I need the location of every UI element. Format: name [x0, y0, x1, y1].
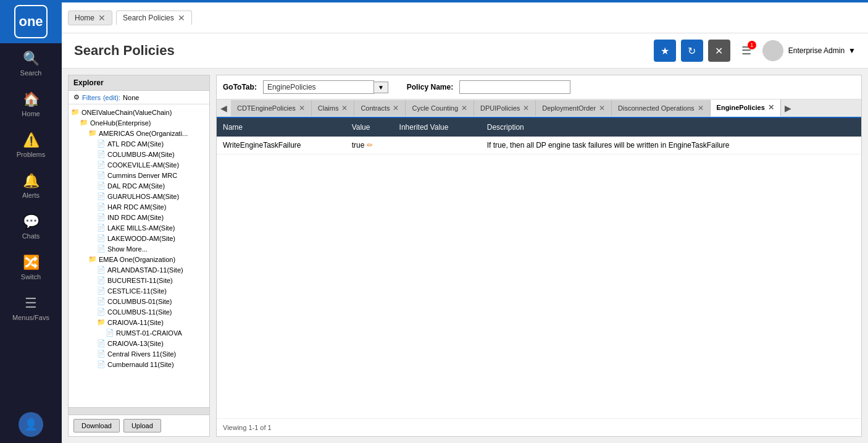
tree-node[interactable]: 📄RUMST-01-CRAIOVA — [69, 327, 209, 338]
goto-dropdown-arrow[interactable]: ▼ — [374, 82, 388, 93]
sidebar-item-menus[interactable]: ☰Menus/Favs — [0, 288, 62, 329]
goto-input[interactable] — [263, 80, 374, 94]
upload-button[interactable]: Upload — [123, 419, 161, 432]
policy-tab-close-contracts[interactable]: ✕ — [393, 104, 399, 112]
edit-icon[interactable]: ✏ — [367, 141, 373, 150]
tree-node-label: RUMST-01-CRAIOVA — [116, 329, 182, 337]
cell-name: WriteEngineTaskFailure — [217, 137, 346, 154]
tab-close-home[interactable]: ✕ — [98, 14, 106, 22]
tab-close-search-policies[interactable]: ✕ — [178, 14, 185, 22]
avatar — [762, 40, 783, 61]
tree-node[interactable]: 📄ATL RDC AM(Site) — [69, 138, 209, 149]
tree-node[interactable]: 📄COLUMBUS-01(Site) — [69, 296, 209, 306]
policy-tab-close-cdt[interactable]: ✕ — [299, 104, 305, 112]
tabs-right-arrow[interactable]: ▶ — [781, 101, 795, 116]
tree-node[interactable]: 📄COOKEVILLE-AM(Site) — [69, 159, 209, 170]
menus-icon: ☰ — [25, 295, 37, 311]
tree-node[interactable]: 📁EMEA One(Organization) — [69, 254, 209, 264]
tree-node-icon: 📄 — [97, 297, 106, 305]
tree-node[interactable]: 📄GUARULHOS-AM(Site) — [69, 191, 209, 201]
tree-node[interactable]: 📄CESTLICE-11(Site) — [69, 285, 209, 296]
cell-description: If true, then all DP engine task failure… — [481, 137, 844, 154]
tree-node[interactable]: 📄DAL RDC AM(Site) — [69, 180, 209, 191]
table-row: WriteEngineTaskFailure true ✏ If true, t… — [217, 137, 861, 154]
policy-tab-close-cycle[interactable]: ✕ — [461, 104, 467, 112]
explorer-scrollbar[interactable] — [69, 407, 209, 415]
policy-tabs-row: ◀ CDTEnginePolicies✕Claims✕Contracts✕Cyc… — [217, 99, 861, 118]
policy-tab-cdt[interactable]: CDTEnginePolicies✕ — [231, 100, 312, 116]
policy-tab-disconnected[interactable]: Disconnected Operations✕ — [612, 100, 711, 116]
tree-node-label: HAR RDC AM(Site) — [107, 203, 166, 211]
sidebar-item-chats[interactable]: 💬Chats — [0, 206, 62, 247]
close-button[interactable]: ✕ — [708, 40, 730, 62]
tab-label-search-policies: Search Policies — [123, 14, 174, 22]
star-button[interactable]: ★ — [654, 40, 676, 62]
policy-name-input[interactable] — [459, 80, 570, 94]
policy-tab-close-engine[interactable]: ✕ — [768, 103, 774, 112]
tree-node[interactable]: 📁OneHub(Enterprise) — [69, 117, 209, 128]
topbar-tab-home[interactable]: Home✕ — [68, 11, 112, 25]
policy-tab-claims[interactable]: Claims✕ — [312, 100, 355, 116]
content-area: Explorer ⚙ Filters (edit): None 📁ONEIVal… — [62, 69, 868, 443]
policy-tab-label-disconnected: Disconnected Operations — [618, 104, 695, 112]
cell-value: true ✏ — [346, 137, 393, 154]
tree-node-icon: 📄 — [97, 213, 106, 221]
filters-label[interactable]: Filters — [82, 94, 101, 101]
goto-label: GoToTab: — [223, 83, 257, 91]
policy-tab-close-disconnected[interactable]: ✕ — [698, 104, 704, 112]
viewing-text: Viewing 1-1 of 1 — [223, 424, 272, 431]
sidebar-item-home[interactable]: 🏠Home — [0, 84, 62, 125]
tree-node[interactable]: 📄HAR RDC AM(Site) — [69, 201, 209, 212]
filters-edit[interactable]: (edit): — [103, 94, 120, 101]
policy-tab-close-deploy[interactable]: ✕ — [599, 104, 605, 112]
user-role: Enterprise Admin — [788, 46, 845, 55]
table-column-header: Value — [346, 118, 393, 137]
tree-node[interactable]: 📄LAKE MILLS-AM(Site) — [69, 222, 209, 233]
tree-node[interactable]: 📄ARLANDASTAD-11(Site) — [69, 264, 209, 275]
policy-tab-close-dpui[interactable]: ✕ — [523, 104, 529, 112]
sidebar-item-search[interactable]: 🔍Search — [0, 43, 62, 84]
app-logo[interactable]: one — [0, 0, 62, 43]
table-column-extra — [843, 118, 861, 137]
tree-node[interactable]: 📁ONEIValueChain(ValueChain) — [69, 107, 209, 117]
topbar-tab-search-policies[interactable]: Search Policies✕ — [116, 11, 192, 25]
tree-node[interactable]: 📄Cumbernauld 11(Site) — [69, 359, 209, 369]
policy-tab-engine[interactable]: EnginePolicies✕ — [711, 99, 781, 117]
viewing-row: Viewing 1-1 of 1 — [217, 418, 861, 436]
tree-node[interactable]: 📁AMERICAS One(Organizati... — [69, 128, 209, 138]
sidebar-item-switch[interactable]: 🔀Switch — [0, 247, 62, 288]
tree-node[interactable]: 📄Central Rivers 11(Site) — [69, 348, 209, 359]
sidebar-item-problems[interactable]: ⚠️Problems — [0, 125, 62, 166]
tabs-left-arrow[interactable]: ◀ — [217, 101, 231, 116]
policy-tab-contracts[interactable]: Contracts✕ — [354, 100, 406, 116]
chats-icon: 💬 — [23, 214, 40, 230]
logo-box: one — [14, 5, 48, 38]
menu-bell[interactable]: ☰ 1 — [735, 40, 757, 62]
policy-tab-cycle[interactable]: Cycle Counting✕ — [406, 100, 474, 116]
explorer-header: Explorer — [69, 75, 209, 91]
tree-node[interactable]: 📄Cummins Denver MRC — [69, 170, 209, 180]
tree-node[interactable]: 📄COLUMBUS-11(Site) — [69, 306, 209, 317]
tree-node-icon: 📁 — [88, 255, 97, 263]
policy-tab-label-cdt: CDTEnginePolicies — [237, 104, 296, 112]
user-dropdown[interactable]: Enterprise Admin ▼ — [788, 46, 856, 55]
tree-node[interactable]: 📄CRAIOVA-13(Site) — [69, 338, 209, 348]
policy-tab-deploy[interactable]: DeploymentOrder✕ — [536, 100, 612, 116]
sidebar-item-alerts[interactable]: 🔔Alerts — [0, 166, 62, 206]
download-button[interactable]: Download — [73, 419, 120, 432]
tree-node[interactable]: 📄LAKEWOOD-AM(Site) — [69, 233, 209, 243]
tree-node[interactable]: 📄Show More... — [69, 243, 209, 254]
tree-node-label: CRAIOVA-11(Site) — [107, 319, 164, 326]
switch-icon: 🔀 — [23, 255, 40, 271]
goto-row: GoToTab: ▼ Policy Name: — [217, 75, 861, 99]
tree-node[interactable]: 📄IND RDC AM(Site) — [69, 212, 209, 222]
policy-tab-label-dpui: DPUIPolicies — [480, 104, 520, 112]
policy-tab-dpui[interactable]: DPUIPolicies✕ — [474, 100, 536, 116]
sidebar-avatar[interactable]: 👤 — [19, 412, 43, 437]
tree-node[interactable]: 📄BUCURESTI-11(Site) — [69, 275, 209, 285]
policy-tab-close-claims[interactable]: ✕ — [341, 104, 348, 112]
tree-node[interactable]: 📄COLUMBUS-AM(Site) — [69, 149, 209, 159]
tree-node[interactable]: 📁CRAIOVA-11(Site) — [69, 317, 209, 327]
tree-node-label: AMERICAS One(Organizati... — [99, 130, 188, 137]
refresh-button[interactable]: ↻ — [681, 40, 703, 62]
